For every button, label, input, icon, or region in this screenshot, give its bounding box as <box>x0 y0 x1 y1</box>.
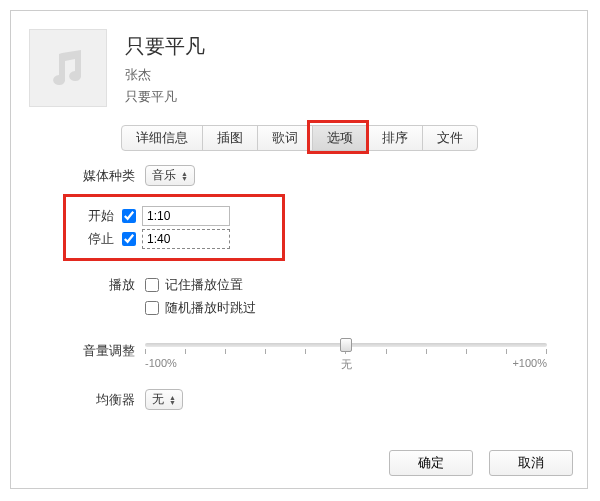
footer: 确定 取消 <box>389 450 573 476</box>
header: 只要平凡 张杰 只要平凡 <box>11 11 587 117</box>
start-row: 开始 <box>74 206 230 226</box>
tab-artwork[interactable]: 插图 <box>202 125 258 151</box>
eq-dropdown[interactable]: 无 ▲▼ <box>145 389 183 410</box>
stop-label: 停止 <box>74 230 114 248</box>
tab-details[interactable]: 详细信息 <box>121 125 203 151</box>
remember-checkbox[interactable] <box>145 278 159 292</box>
skip-shuffle-label: 随机播放时跳过 <box>165 299 256 317</box>
remember-label: 记住播放位置 <box>165 276 243 294</box>
music-note-icon <box>45 45 91 91</box>
start-label: 开始 <box>74 207 114 225</box>
eq-value: 无 <box>152 391 164 408</box>
cancel-button[interactable]: 取消 <box>489 450 573 476</box>
options-form: 媒体种类 音乐 ▲▼ 开始 停止 播放 记住播放位置 <box>11 165 587 410</box>
song-album: 只要平凡 <box>125 88 205 106</box>
volume-label: 音量调整 <box>71 342 135 360</box>
title-block: 只要平凡 张杰 只要平凡 <box>125 29 205 106</box>
highlight-start-stop: 开始 停止 <box>63 194 285 261</box>
media-kind-row: 媒体种类 音乐 ▲▼ <box>71 165 547 186</box>
stop-input[interactable] <box>142 229 230 249</box>
media-kind-value: 音乐 <box>152 167 176 184</box>
tab-bar: 详细信息 插图 歌词 选项 排序 文件 <box>11 125 587 151</box>
volume-min-label: -100% <box>145 357 177 369</box>
song-title: 只要平凡 <box>125 33 205 60</box>
song-info-panel: 只要平凡 张杰 只要平凡 详细信息 插图 歌词 选项 排序 文件 媒体种类 音乐… <box>10 10 588 489</box>
tab-sorting[interactable]: 排序 <box>367 125 423 151</box>
eq-label: 均衡器 <box>71 391 135 409</box>
playback-block: 播放 记住播放位置 随机播放时跳过 <box>71 276 547 317</box>
album-artwork <box>29 29 107 107</box>
volume-block: 音量调整 -100% +100% 无 <box>71 331 547 371</box>
volume-thumb[interactable] <box>340 338 352 352</box>
song-artist: 张杰 <box>125 66 205 84</box>
volume-center-label: 无 <box>341 357 352 372</box>
chevron-updown-icon: ▲▼ <box>169 395 176 405</box>
volume-max-label: +100% <box>512 357 547 369</box>
stop-checkbox[interactable] <box>122 232 136 246</box>
start-input[interactable] <box>142 206 230 226</box>
tab-lyrics[interactable]: 歌词 <box>257 125 313 151</box>
ok-button[interactable]: 确定 <box>389 450 473 476</box>
media-kind-label: 媒体种类 <box>71 167 135 185</box>
playback-label: 播放 <box>71 276 135 294</box>
chevron-updown-icon: ▲▼ <box>181 171 188 181</box>
tab-options[interactable]: 选项 <box>312 125 368 151</box>
tab-file[interactable]: 文件 <box>422 125 478 151</box>
start-checkbox[interactable] <box>122 209 136 223</box>
media-kind-dropdown[interactable]: 音乐 ▲▼ <box>145 165 195 186</box>
stop-row: 停止 <box>74 229 230 249</box>
eq-row: 均衡器 无 ▲▼ <box>71 389 547 410</box>
skip-shuffle-checkbox[interactable] <box>145 301 159 315</box>
volume-slider[interactable]: -100% +100% 无 <box>145 337 547 371</box>
